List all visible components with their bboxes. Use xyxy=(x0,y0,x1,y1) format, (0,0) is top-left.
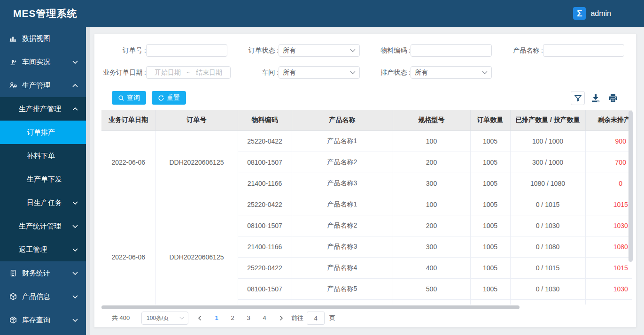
spec-cell xyxy=(393,299,470,305)
order-no-cell: DDH20220606125 xyxy=(155,130,238,194)
spec-cell: 200 xyxy=(393,215,470,236)
goto-page-label: 前往 xyxy=(291,312,303,325)
date-end-placeholder: 结束日期 xyxy=(196,69,222,77)
chevron-down-icon xyxy=(72,248,78,251)
product-name-label: 产品名称 : xyxy=(491,44,543,57)
page-size-select[interactable]: 100条/页 xyxy=(141,312,188,325)
product-cell: 产品名称1 xyxy=(292,194,393,215)
schedule-status-select[interactable]: 所有 xyxy=(411,66,492,79)
user-menu[interactable]: Σ admin xyxy=(573,7,644,20)
sidebar-item-daily-task[interactable]: 日生产任务 xyxy=(0,191,86,214)
spec-cell: 100 xyxy=(393,194,470,215)
horizontal-scrollbar-thumb[interactable] xyxy=(101,305,520,309)
order-qty-cell: 1005 xyxy=(470,278,510,299)
spec-cell: 300 xyxy=(393,173,470,194)
spec-cell: 500 xyxy=(393,278,470,299)
sidebar-item-data-view[interactable]: 数据视图 xyxy=(0,27,86,50)
sidebar-item-label: 数据视图 xyxy=(22,34,50,43)
spec-cell: 300 xyxy=(393,236,470,257)
order-qty-cell xyxy=(470,299,510,305)
vertical-scrollbar-thumb[interactable] xyxy=(628,111,633,262)
download-icon xyxy=(590,93,601,103)
product-name-input[interactable] xyxy=(543,44,624,57)
product-cell: 产品名称5 xyxy=(292,278,393,299)
next-page-button[interactable] xyxy=(274,312,287,325)
product-cell: 产品名称4 xyxy=(292,257,393,278)
column-header-product: 产品名称 xyxy=(292,110,393,130)
remaining-cell: 1080 xyxy=(585,236,632,257)
sidebar-item-scheduling-mgmt[interactable]: 生产排产管理 xyxy=(0,97,86,121)
page-number-2[interactable]: 2 xyxy=(226,312,239,325)
column-header-order-no: 订单号 xyxy=(155,110,238,130)
sidebar-item-label: 订单排产 xyxy=(27,128,55,137)
material-cell: 08100-1507 xyxy=(238,152,292,173)
order-date-cell: 2022-06-06 xyxy=(101,194,155,305)
material-cell: 21400-1166 xyxy=(238,173,292,194)
sidebar-item-product-info[interactable]: 产品信息 xyxy=(0,285,86,308)
page-number-3[interactable]: 3 xyxy=(242,312,255,325)
scheduled-cell: 1080 / 1080 xyxy=(510,173,585,194)
bar-chart-icon xyxy=(8,34,18,43)
date-separator: ~ xyxy=(186,69,190,76)
sidebar-item-finance-stats[interactable]: 财务统计 xyxy=(0,261,86,285)
export-button[interactable] xyxy=(589,91,603,105)
search-button-label: 查询 xyxy=(127,94,140,102)
sidebar-item-inventory-query[interactable]: 库存查询 xyxy=(0,308,86,332)
sidebar-item-production-mgmt[interactable]: 生产管理 xyxy=(0,74,86,97)
sidebar-item-order-scheduling[interactable]: 订单排产 xyxy=(0,121,86,144)
chevron-down-icon xyxy=(482,71,488,74)
sidebar-item-label: 车间实况 xyxy=(22,58,50,67)
robot-arm-icon xyxy=(8,57,18,67)
cube-icon xyxy=(8,292,18,301)
sidebar-item-label: 库存查询 xyxy=(22,316,50,325)
product-cell: 产品名称3 xyxy=(292,236,393,257)
sidebar-item-material-order[interactable]: 补料下单 xyxy=(0,144,86,168)
page-number-4[interactable]: 4 xyxy=(258,312,271,325)
goto-page-input[interactable] xyxy=(307,312,325,325)
sidebar-item-production-stats[interactable]: 生产统计管理 xyxy=(0,214,86,238)
column-header-scheduled: 已排产数量 / 投产数量 xyxy=(510,110,585,130)
order-status-select[interactable]: 所有 xyxy=(279,44,360,57)
sidebar-item-label: 生产单下发 xyxy=(27,175,62,184)
date-range-picker[interactable]: 开始日期 ~ 结束日期 xyxy=(146,66,231,79)
scheduled-cell: 0 / 1080 xyxy=(510,236,585,257)
material-cell: 25220-0422 xyxy=(238,257,292,278)
sidebar-gutter xyxy=(86,27,90,335)
prev-page-button[interactable] xyxy=(194,312,207,325)
sidebar-item-label: 生产管理 xyxy=(22,81,50,90)
sidebar-item-rework-mgmt[interactable]: 返工管理 xyxy=(0,238,86,261)
order-no-input[interactable] xyxy=(146,44,227,57)
scheduled-cell: 0 / 1030 xyxy=(510,215,585,236)
scheduled-cell: 0 / 1015 xyxy=(510,257,585,278)
column-header-spec: 规格型号 xyxy=(393,110,470,130)
orders-table: 业务订单日期 订单号 物料编码 产品名称 规格型号 订单数量 已排产数量 / 投… xyxy=(101,110,632,305)
page-unit-label: 页 xyxy=(329,312,335,325)
material-cell: 25220-0422 xyxy=(238,130,292,152)
sidebar-item-workshop-live[interactable]: 车间实况 xyxy=(0,50,86,74)
filter-button[interactable] xyxy=(571,91,585,105)
filter-icon xyxy=(574,94,582,102)
print-button[interactable] xyxy=(606,91,620,105)
order-date-label: 业务订单日期 : xyxy=(94,66,146,79)
sidebar-item-production-dispatch[interactable]: 生产单下发 xyxy=(0,168,86,191)
column-header-order-qty: 订单数量 xyxy=(470,110,510,130)
order-date-cell: 2022-06-06 xyxy=(101,130,155,194)
page-number-1[interactable]: 1 xyxy=(210,312,223,325)
search-button[interactable]: 查询 xyxy=(112,91,146,105)
remaining-cell: 1015 xyxy=(585,194,632,215)
workshop-select[interactable]: 所有 xyxy=(279,66,360,79)
app-header: MES管理系统 Σ admin xyxy=(0,0,644,27)
pagination-bar: 共 400 100条/页 1 2 3 4 前往 页 xyxy=(94,312,637,325)
spec-cell: 400 xyxy=(393,257,470,278)
package-icon xyxy=(8,315,18,325)
reset-button[interactable]: 重置 xyxy=(152,91,186,105)
order-qty-cell: 1005 xyxy=(470,257,510,278)
workshop-value: 所有 xyxy=(283,69,296,77)
product-cell xyxy=(292,299,393,305)
column-header-date: 业务订单日期 xyxy=(101,110,155,130)
sidebar-item-label: 返工管理 xyxy=(19,245,47,254)
page-size-value: 100条/页 xyxy=(147,314,169,322)
remaining-cell: 700 xyxy=(585,152,632,173)
material-cell: 25220-0422 xyxy=(238,194,292,215)
material-code-input[interactable] xyxy=(411,44,492,57)
